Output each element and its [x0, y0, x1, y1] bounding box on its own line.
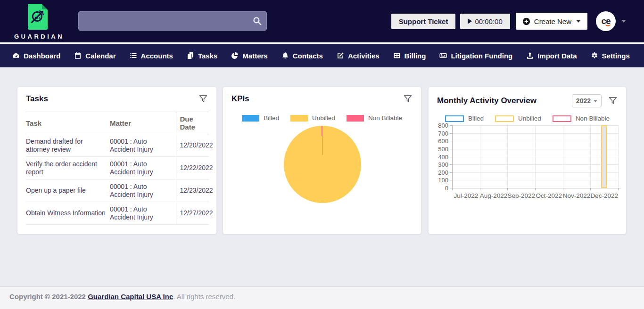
matter-cell: 00001 : Auto Accident Injury: [110, 157, 176, 179]
table-row[interactable]: Open up a paper file00001 : Auto Acciden…: [26, 179, 209, 202]
legend-swatch: [495, 115, 514, 122]
monthly-legend: BilledUnbilledNon Billable: [429, 115, 626, 122]
nav-item-calendar[interactable]: Calendar: [74, 52, 116, 60]
column-header: Due Date: [176, 112, 209, 134]
y-axis-label: 200: [429, 169, 448, 176]
table-row[interactable]: Obtain Witness Information00001 : Auto A…: [26, 202, 209, 225]
x-axis-label: Dec-2022: [586, 192, 623, 199]
column-header: Matter: [110, 112, 176, 134]
monthly-bar-chart: 0100200300400500600700800Jul-2022Aug-202…: [429, 125, 627, 208]
nav-item-settings[interactable]: Settings: [591, 52, 630, 60]
due-date-cell: 12/23/2022: [176, 179, 209, 202]
create-new-label: Create New: [534, 17, 571, 25]
legend-item[interactable]: Billed: [445, 115, 484, 122]
legend-item[interactable]: Billed: [242, 114, 279, 122]
legend-swatch: [242, 115, 259, 122]
monthly-activity-card: Monthly Activity Overview 2022 BilledUnb…: [428, 86, 627, 235]
gridline: [535, 125, 536, 188]
plus-circle-icon: [522, 17, 530, 25]
table-row[interactable]: Verify the order accident report00001 : …: [26, 157, 209, 179]
task-cell: Open up a paper file: [26, 179, 110, 202]
litigation-icon: $: [439, 52, 447, 59]
y-axis-label: 600: [429, 138, 448, 145]
task-cell: Obtain Witness Information: [26, 202, 110, 225]
caret-down-icon: [576, 20, 581, 23]
y-axis-label: 800: [429, 122, 448, 129]
legend-swatch: [347, 115, 364, 122]
kpis-filter-icon[interactable]: [403, 94, 413, 104]
due-date-cell: 12/22/2022: [176, 157, 209, 179]
column-header: Task: [26, 112, 110, 134]
legend-item[interactable]: Non Billable: [347, 114, 402, 122]
legend-label: Billed: [468, 115, 484, 122]
nav-item-billing[interactable]: Billing: [393, 52, 426, 60]
kpis-pie-chart: [284, 126, 361, 203]
nav-item-contacts[interactable]: Contacts: [281, 52, 323, 60]
page-footer: Copyright © 2021-2022 Guardian Capital U…: [0, 286, 644, 309]
nav-item-accounts[interactable]: Accounts: [130, 52, 173, 60]
year-select[interactable]: 2022: [572, 94, 602, 107]
nav-item-matters[interactable]: Matters: [231, 52, 267, 60]
import-icon: [526, 52, 534, 59]
avatar-monogram: ce: [601, 16, 610, 26]
search-icon[interactable]: [252, 16, 262, 26]
timer-button[interactable]: 00:00:00: [460, 14, 510, 29]
activities-icon: [337, 52, 344, 59]
matter-cell: 00001 : Auto Accident Injury: [110, 179, 176, 202]
company-link[interactable]: Guardian Capital USA Inc: [88, 293, 173, 301]
gridline: [590, 125, 591, 188]
create-new-button[interactable]: Create New: [516, 13, 587, 30]
rights-text: . All rights reserved.: [173, 293, 235, 301]
timer-value: 00:00:00: [475, 17, 502, 25]
brand-logo[interactable]: GUARDIAN: [14, 2, 61, 40]
nav-item-import[interactable]: Import Data: [526, 52, 577, 60]
legend-label: Non Billable: [576, 115, 610, 122]
legend-label: Unbilled: [518, 115, 541, 122]
bar-unbilled: [601, 125, 607, 188]
legend-item[interactable]: Non Billable: [553, 115, 610, 122]
search-input[interactable]: [78, 11, 267, 31]
legend-item[interactable]: Unbilled: [290, 114, 335, 122]
tasks-filter-icon[interactable]: [198, 94, 208, 104]
due-date-cell: 12/27/2022: [176, 202, 209, 225]
user-avatar[interactable]: ce: [596, 11, 616, 31]
task-cell: Verify the order accident report: [26, 157, 110, 179]
settings-icon: [591, 52, 598, 59]
table-row[interactable]: Demand drafted for attorney review00001 …: [26, 134, 209, 157]
tasks-table-header: TaskMatterDue Date: [26, 112, 209, 134]
task-cell: Demand drafted for attorney review: [26, 134, 110, 157]
tasks-card: Tasks TaskMatterDue Date Demand drafted …: [17, 86, 217, 235]
gridline: [507, 125, 508, 188]
nav-item-litigation[interactable]: $Litigation Funding: [439, 52, 512, 60]
nav-item-tasks[interactable]: Tasks: [187, 52, 217, 60]
y-axis-label: 300: [429, 161, 448, 168]
nav-item-activities[interactable]: Activities: [337, 52, 380, 60]
contacts-icon: [281, 52, 289, 59]
play-icon: [468, 18, 472, 24]
x-axis: [452, 188, 621, 188]
billing-icon: [393, 52, 401, 59]
legend-swatch: [290, 115, 308, 122]
kpis-card-title: KPIs: [231, 94, 249, 104]
matter-cell: 00001 : Auto Accident Injury: [110, 202, 176, 225]
due-date-cell: 12/20/2022: [176, 134, 209, 157]
tasks-table: TaskMatterDue Date Demand drafted for at…: [26, 112, 209, 225]
y-axis-label: 0: [429, 185, 448, 192]
year-select-value: 2022: [576, 97, 591, 105]
support-ticket-button[interactable]: Support Ticket: [391, 14, 456, 29]
chevron-down-icon: [594, 100, 597, 102]
gridline: [563, 125, 563, 188]
legend-item[interactable]: Unbilled: [495, 115, 541, 122]
monthly-card-title: Monthly Activity Overview: [437, 96, 537, 106]
kpis-card: KPIs BilledUnbilledNon Billable: [223, 86, 421, 235]
app-header: GUARDIAN Support Ticket 00:00:00 Create …: [0, 0, 644, 42]
y-axis: [452, 125, 453, 190]
matter-cell: 00001 : Auto Accident Injury: [110, 134, 176, 157]
monthly-filter-icon[interactable]: [608, 96, 618, 106]
user-menu-caret-icon[interactable]: [621, 20, 626, 23]
nav-item-dashboard[interactable]: Dashboard: [12, 52, 60, 60]
brand-name: GUARDIAN: [14, 33, 61, 40]
global-search: [78, 11, 267, 31]
legend-label: Unbilled: [312, 114, 335, 122]
accounts-icon: [130, 52, 137, 59]
